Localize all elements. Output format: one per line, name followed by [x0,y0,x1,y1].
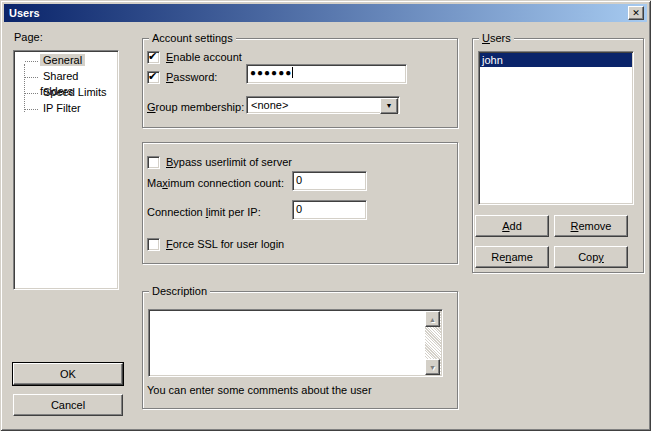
force-ssl-checkbox[interactable]: ✔ [147,238,160,251]
page-label: Page: [14,31,43,43]
tree-item-speed-limits[interactable]: Speed Limits [16,85,116,101]
copy-user-button[interactable]: Copy [554,246,628,268]
account-settings-title: Account settings [149,31,236,45]
group-membership-value: <none> [251,99,288,111]
page-listbox[interactable]: General Shared folders Speed Limits IP F… [13,50,119,290]
window-title: Users [9,7,40,19]
max-connections-value: 0 [296,174,302,186]
ok-button[interactable]: OK [13,363,123,385]
group-membership-label: Group membership: [147,101,244,113]
close-icon: ✕ [632,8,640,18]
description-scrollbar[interactable]: ▲ ▼ [425,311,441,375]
tree-item-general[interactable]: General [16,53,116,69]
password-label: Password: [166,71,217,83]
description-title: Description [149,284,210,298]
description-note: You can enter some comments about the us… [147,384,372,396]
description-textarea[interactable]: ▲ ▼ [148,309,443,377]
users-listbox[interactable]: john [478,51,634,205]
remove-user-button[interactable]: Remove [554,215,628,237]
arrow-down-icon: ▼ [429,364,436,371]
users-group-title: Users [479,31,514,45]
add-user-button[interactable]: Add [475,215,549,237]
conn-limit-per-ip-value: 0 [296,203,302,215]
close-button[interactable]: ✕ [628,6,644,20]
tree-item-ip-filter[interactable]: IP Filter [16,101,116,117]
conn-limit-per-ip-label: Connection limit per IP: [147,206,261,218]
rename-user-button[interactable]: Rename [475,246,549,268]
arrow-up-icon: ▲ [429,316,436,323]
bypass-userlimit-label: Bypass userlimit of server [166,156,292,168]
user-list-item[interactable]: john [480,53,632,67]
tree-item-label: IP Filter [40,102,84,114]
max-connections-input[interactable]: 0 [292,171,367,191]
password-value: ●●●●●● [250,67,292,78]
tree-item-label: Speed Limits [40,86,110,98]
password-checkbox[interactable]: ✔ [147,71,160,84]
page-tree: General Shared folders Speed Limits IP F… [16,53,116,287]
force-ssl-label: Force SSL for user login [166,238,284,250]
scroll-up-button[interactable]: ▲ [425,311,440,327]
group-membership-select[interactable]: <none> ▼ [246,96,400,114]
enable-account-label: Enable account [166,51,242,63]
text-caret [292,67,293,78]
scroll-down-button[interactable]: ▼ [425,359,440,375]
cancel-button[interactable]: Cancel [13,394,123,416]
check-icon: ✔ [148,50,157,63]
chevron-down-icon: ▼ [386,102,393,109]
dropdown-button[interactable]: ▼ [380,98,398,114]
max-connections-label: Maximum connection count: [147,177,284,189]
title-bar: Users [4,4,647,22]
users-dialog: Users ✕ Page: General Shared folders Spe… [0,0,651,431]
password-input[interactable]: ●●●●●● [246,64,407,84]
check-icon: ✔ [148,70,157,83]
conn-limit-per-ip-input[interactable]: 0 [292,200,367,220]
tree-item-label: General [40,54,85,66]
enable-account-checkbox[interactable]: ✔ [147,51,160,64]
tree-item-shared-folders[interactable]: Shared folders [16,69,116,85]
bypass-userlimit-checkbox[interactable]: ✔ [147,156,160,169]
